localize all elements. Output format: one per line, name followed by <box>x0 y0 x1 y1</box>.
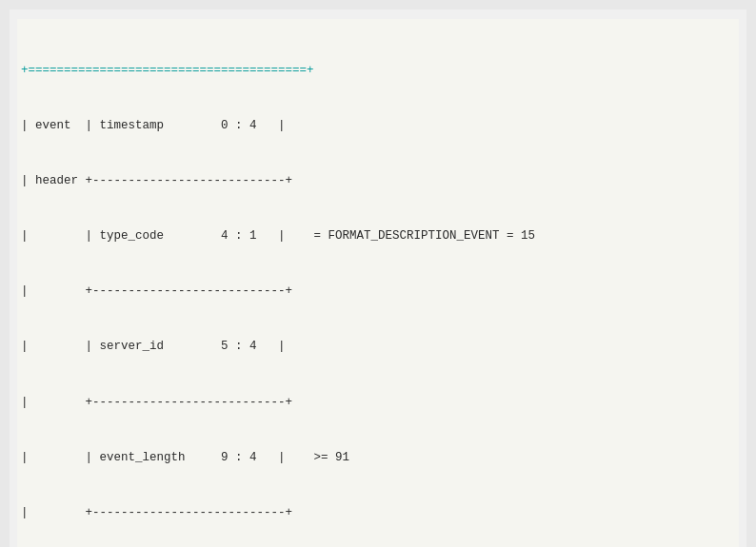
line-2: | event | timestamp 0 : 4 | <box>21 117 735 135</box>
line-3: | header +---------------------------+ <box>21 172 735 190</box>
line-9: | +---------------------------+ <box>21 504 735 522</box>
line-6: | | server_id 5 : 4 | <box>21 338 735 356</box>
line-1: +=======================================… <box>21 62 735 80</box>
line-4: | | type_code 4 : 1 | = FORMAT_DESCRIPTI… <box>21 227 735 245</box>
line-5: | +---------------------------+ <box>21 283 735 301</box>
main-container: +=======================================… <box>10 10 746 547</box>
line-8: | | event_length 9 : 4 | >= 91 <box>21 449 735 467</box>
code-content: +=======================================… <box>21 25 735 547</box>
code-display: +=======================================… <box>17 19 739 547</box>
line-7: | +---------------------------+ <box>21 394 735 412</box>
